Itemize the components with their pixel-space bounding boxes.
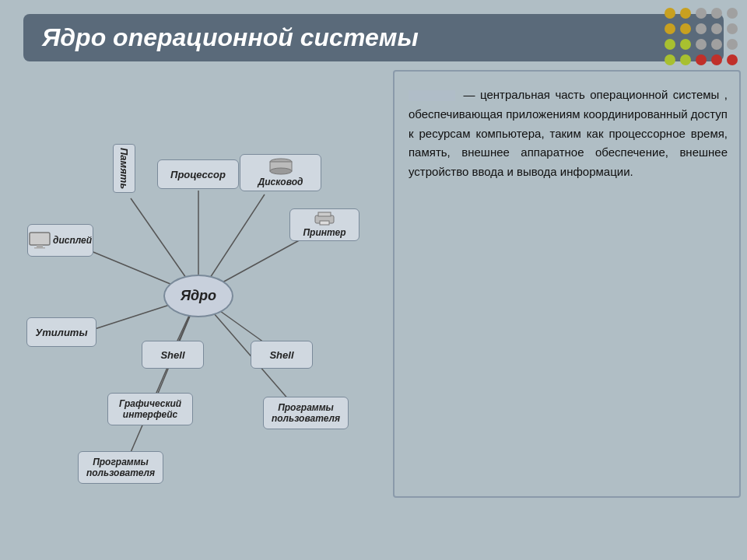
title-bar: Ядро операционной системы — [23, 14, 724, 61]
disk-icon — [268, 158, 293, 175]
svg-rect-13 — [34, 247, 45, 249]
svg-rect-19 — [320, 221, 329, 225]
decoration-dot — [727, 23, 738, 34]
user-programs1-node: Программыпользователя — [78, 451, 163, 484]
decoration-dot — [680, 39, 691, 50]
decoration-dot — [696, 54, 707, 65]
dots-decoration — [665, 8, 739, 67]
yadro-node: Ядро — [163, 275, 233, 317]
decoration-dot — [696, 23, 707, 34]
monitor-icon — [29, 232, 51, 249]
svg-rect-12 — [37, 245, 43, 247]
processor-node: Процессор — [157, 159, 239, 189]
decoration-dot — [665, 8, 675, 19]
svg-point-16 — [270, 168, 292, 174]
decoration-dot — [665, 54, 675, 65]
shell2-node: Shell — [251, 341, 313, 369]
description-text: — центральная часть операционной системы… — [397, 70, 739, 198]
user-programs2-node: Программыпользователя — [263, 397, 349, 429]
shell1-node: Shell — [142, 341, 204, 369]
diagram-area: Ядро дисплей Память Процессор Дисковод — [16, 70, 389, 537]
decoration-dot — [711, 39, 722, 50]
utilities-node: Утилиты — [26, 317, 96, 347]
printer-icon — [314, 212, 335, 226]
description-body: — центральная часть операционной системы… — [409, 88, 728, 178]
decoration-dot — [680, 8, 691, 19]
disk-node: Дисковод — [240, 154, 321, 191]
decoration-dot — [727, 54, 738, 65]
decoration-dot — [711, 54, 722, 65]
printer-node: Принтер — [289, 208, 359, 241]
memory-node: Память — [113, 144, 135, 193]
decoration-dot — [696, 39, 707, 50]
decoration-dot — [727, 39, 738, 50]
graphic-ui-node: Графическийинтерфейс — [107, 393, 193, 425]
decoration-dot — [696, 8, 707, 19]
svg-line-10 — [124, 296, 198, 467]
decoration-dot — [711, 23, 722, 34]
svg-rect-18 — [318, 212, 331, 216]
decoration-dot — [680, 54, 691, 65]
svg-rect-11 — [30, 233, 50, 245]
decoration-dot — [727, 8, 738, 19]
decoration-dot — [680, 23, 691, 34]
display-node: дисплей — [27, 224, 93, 257]
decoration-dot — [711, 8, 722, 19]
decoration-dot — [665, 23, 675, 34]
page-title: Ядро операционной системы — [42, 23, 419, 52]
decoration-dot — [665, 39, 675, 50]
